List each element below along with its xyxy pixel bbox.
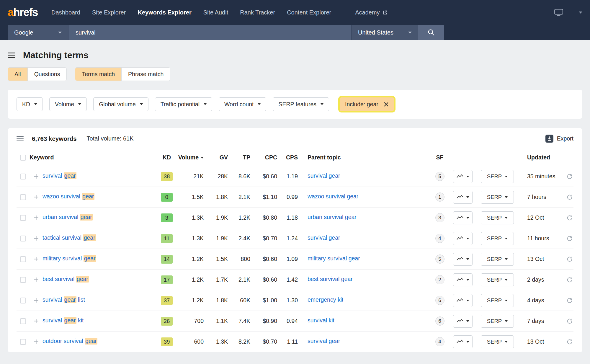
keyword-link[interactable]: military survival gear bbox=[43, 255, 96, 262]
row-checkbox[interactable] bbox=[20, 174, 26, 179]
add-to-list-button[interactable] bbox=[33, 236, 39, 241]
trend-chart-button[interactable] bbox=[453, 253, 473, 266]
column-header-sf[interactable]: SF bbox=[436, 154, 444, 161]
keyword-link[interactable]: wazoo survival gear bbox=[43, 193, 94, 200]
trend-chart-button[interactable] bbox=[453, 232, 473, 245]
add-to-list-button[interactable] bbox=[33, 277, 39, 283]
row-checkbox[interactable] bbox=[20, 236, 26, 241]
keyword-search-input[interactable] bbox=[68, 25, 351, 40]
filter-include-gear-chip[interactable]: Include: gear bbox=[340, 97, 394, 111]
keyword-link[interactable]: survival gear list bbox=[43, 296, 85, 303]
refresh-button[interactable] bbox=[566, 339, 573, 345]
refresh-button[interactable] bbox=[566, 215, 573, 221]
column-header-cpc[interactable]: CPC bbox=[265, 154, 277, 161]
table-menu-icon[interactable] bbox=[17, 136, 24, 141]
filter-serp-features[interactable]: SERP features bbox=[273, 97, 329, 111]
trend-chart-button[interactable] bbox=[453, 191, 473, 204]
add-to-list-button[interactable] bbox=[33, 194, 39, 200]
nav-item-dashboard[interactable]: Dashboard bbox=[51, 9, 80, 16]
serp-button[interactable]: SERP bbox=[481, 253, 514, 266]
filter-kd[interactable]: KD bbox=[17, 97, 43, 111]
add-to-list-button[interactable] bbox=[33, 339, 39, 345]
nav-item-content-explorer[interactable]: Content Explorer bbox=[287, 9, 331, 16]
serp-button[interactable]: SERP bbox=[481, 170, 514, 183]
keyword-link[interactable]: urban survival gear bbox=[43, 214, 93, 221]
parent-topic-link[interactable]: survival gear bbox=[308, 338, 340, 345]
nav-item-site-audit[interactable]: Site Audit bbox=[203, 9, 228, 16]
refresh-button[interactable] bbox=[566, 318, 573, 324]
row-checkbox[interactable] bbox=[20, 277, 26, 283]
trend-chart-button[interactable] bbox=[453, 294, 473, 307]
column-header-tp[interactable]: TP bbox=[243, 154, 250, 161]
ahrefs-logo[interactable]: ahrefs bbox=[8, 6, 38, 19]
serp-button[interactable]: SERP bbox=[481, 273, 514, 286]
refresh-button[interactable] bbox=[566, 173, 573, 180]
trend-chart-button[interactable] bbox=[453, 211, 473, 224]
column-header-parent-topic[interactable]: Parent topic bbox=[298, 154, 341, 161]
parent-topic-link[interactable]: emergency kit bbox=[308, 296, 343, 303]
column-header-volume[interactable]: Volume bbox=[178, 154, 204, 161]
keyword-link[interactable]: tactical survival gear bbox=[43, 234, 96, 241]
nav-item-keywords-explorer[interactable]: Keywords Explorer bbox=[138, 9, 191, 16]
refresh-button[interactable] bbox=[566, 277, 573, 283]
parent-topic-link[interactable]: military survival gear bbox=[308, 255, 360, 262]
sidebar-toggle-icon[interactable] bbox=[8, 52, 15, 58]
column-header-kd[interactable]: KD bbox=[163, 154, 171, 161]
refresh-button[interactable] bbox=[566, 297, 573, 304]
country-select[interactable]: United States bbox=[351, 25, 418, 40]
refresh-button[interactable] bbox=[566, 194, 573, 200]
serp-button[interactable]: SERP bbox=[481, 191, 514, 204]
row-checkbox[interactable] bbox=[20, 298, 26, 303]
serp-button[interactable]: SERP bbox=[481, 315, 514, 328]
serp-button[interactable]: SERP bbox=[481, 294, 514, 307]
column-header-cps[interactable]: CPS bbox=[286, 154, 298, 161]
parent-topic-link[interactable]: wazoo survival gear bbox=[308, 193, 358, 200]
filter-global-volume[interactable]: Global volume bbox=[93, 97, 148, 111]
select-all-checkbox[interactable] bbox=[20, 155, 26, 161]
parent-topic-link[interactable]: survival kit bbox=[308, 317, 334, 324]
tab-terms-match[interactable]: Terms match bbox=[75, 68, 121, 81]
serp-button[interactable]: SERP bbox=[481, 335, 514, 348]
keyword-link[interactable]: best survival gear bbox=[43, 276, 89, 283]
filter-word-count[interactable]: Word count bbox=[219, 97, 266, 111]
row-checkbox[interactable] bbox=[20, 256, 26, 262]
nav-item-site-explorer[interactable]: Site Explorer bbox=[92, 9, 126, 16]
add-to-list-button[interactable] bbox=[33, 174, 39, 179]
add-to-list-button[interactable] bbox=[33, 256, 39, 262]
column-header-updated[interactable]: Updated bbox=[517, 154, 561, 161]
row-checkbox[interactable] bbox=[20, 318, 26, 324]
row-checkbox[interactable] bbox=[20, 194, 26, 200]
parent-topic-link[interactable]: survival gear bbox=[308, 234, 340, 241]
add-to-list-button[interactable] bbox=[33, 215, 39, 221]
trend-chart-button[interactable] bbox=[453, 335, 473, 348]
serp-button[interactable]: SERP bbox=[481, 232, 514, 245]
filter-traffic-potential[interactable]: Traffic potential bbox=[155, 97, 212, 111]
trend-chart-button[interactable] bbox=[453, 315, 473, 328]
tab-questions[interactable]: Questions bbox=[27, 68, 67, 81]
nav-item-academy[interactable]: Academy bbox=[355, 9, 387, 16]
search-button[interactable] bbox=[418, 25, 444, 40]
search-engine-select[interactable]: Google bbox=[8, 25, 68, 40]
close-icon[interactable] bbox=[384, 102, 389, 107]
add-to-list-button[interactable] bbox=[33, 318, 39, 324]
trend-chart-button[interactable] bbox=[453, 170, 473, 183]
refresh-button[interactable] bbox=[566, 235, 573, 242]
serp-button[interactable]: SERP bbox=[481, 211, 514, 224]
filter-volume[interactable]: Volume bbox=[49, 97, 87, 111]
monitor-icon[interactable] bbox=[554, 9, 563, 16]
keyword-link[interactable]: survival gear kit bbox=[43, 317, 84, 324]
parent-topic-link[interactable]: survival gear bbox=[308, 172, 340, 179]
parent-topic-link[interactable]: best survival gear bbox=[308, 276, 353, 283]
tab-all[interactable]: All bbox=[8, 68, 27, 81]
account-dropdown-caret-icon[interactable] bbox=[579, 12, 582, 14]
add-to-list-button[interactable] bbox=[33, 298, 39, 303]
nav-item-rank-tracker[interactable]: Rank Tracker bbox=[240, 9, 275, 16]
column-header-gv[interactable]: GV bbox=[220, 154, 228, 161]
keyword-link[interactable]: outdoor survival gear bbox=[43, 338, 97, 345]
column-header-keyword[interactable]: Keyword bbox=[30, 154, 158, 161]
row-checkbox[interactable] bbox=[20, 339, 26, 345]
keyword-link[interactable]: survival gear bbox=[43, 172, 76, 179]
refresh-button[interactable] bbox=[566, 256, 573, 262]
trend-chart-button[interactable] bbox=[453, 273, 473, 286]
export-button[interactable]: Export bbox=[545, 135, 573, 143]
